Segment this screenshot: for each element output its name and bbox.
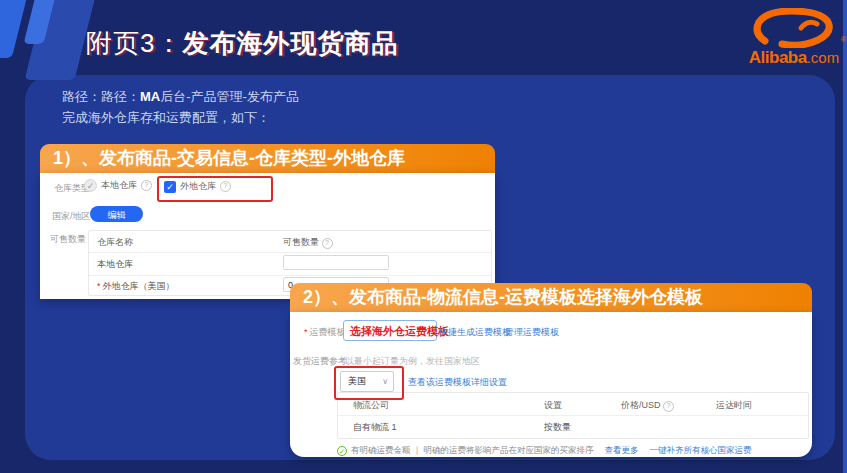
shipping-reference-label: 发货运费参考 bbox=[293, 355, 347, 368]
success-check-icon: ✓ bbox=[337, 446, 347, 456]
path-text-bold: MA bbox=[140, 89, 160, 104]
shipping-reference-hint: 以最小起订量为例，发往国家地区 bbox=[345, 355, 480, 368]
decorative-edge bbox=[843, 0, 847, 473]
select-overseas-template-button[interactable]: 选择海外仓运费模板 bbox=[343, 320, 437, 341]
country-select[interactable]: 美国 ∨ bbox=[340, 371, 394, 392]
info-icon: ? bbox=[322, 238, 333, 249]
logo-brand-text: Alibaba bbox=[749, 48, 807, 67]
edit-button[interactable]: 编辑 bbox=[90, 206, 143, 222]
logistics-table: 物流公司 设置 价格/USD ? 运达时间 自有物流 1 按数量 bbox=[337, 392, 809, 439]
alibaba-smile-icon bbox=[751, 8, 837, 48]
shipping-template-label-text: 运费模板 bbox=[310, 327, 346, 337]
page-title-prefix: 附页3： bbox=[86, 28, 182, 58]
slide: 附页3：发布海外现货商品 ® Alibaba.com 路径：路径：MA后台-产品… bbox=[0, 0, 847, 473]
path-line-2: 完成海外仓库存和运费配置，如下： bbox=[62, 107, 299, 128]
path-text: 路径：路径： bbox=[62, 89, 140, 104]
shipping-template-label: *运费模板 bbox=[304, 326, 346, 339]
required-mark: * bbox=[304, 327, 308, 337]
step1-header: 1）、发布商品-交易信息-仓库类型-外地仓库 bbox=[40, 144, 495, 173]
info-icon: ? bbox=[663, 401, 674, 412]
path-line-1: 路径：路径：MA后台-产品管理-发布产品 bbox=[62, 86, 299, 107]
local-warehouse-option[interactable]: ✓ 本地仓库 ? bbox=[84, 179, 152, 192]
table-divider bbox=[338, 415, 808, 416]
view-template-detail-link[interactable]: 查看该运费模板详细设置 bbox=[408, 376, 507, 389]
table-divider bbox=[89, 252, 491, 253]
registered-mark: ® bbox=[841, 36, 846, 43]
column-header-quantity-text: 可售数量 bbox=[283, 237, 319, 247]
path-instructions: 路径：路径：MA后台-产品管理-发布产品 完成海外仓库存和运费配置，如下： bbox=[62, 86, 299, 128]
freight-note: ✓ 有明确运费金额 ｜ 明确的运费将影响产品在对应国家的买家排序 查看更多 一键… bbox=[337, 445, 752, 457]
column-header-delivery-time: 运达时间 bbox=[716, 399, 752, 412]
page-title-main: 发布海外现货商品 bbox=[182, 28, 398, 58]
column-header-logistics-company: 物流公司 bbox=[353, 399, 389, 412]
page-title: 附页3：发布海外现货商品 bbox=[86, 26, 398, 61]
column-header-price: 价格/USD ? bbox=[621, 399, 674, 412]
sellable-quantity-label: 可售数量 bbox=[50, 233, 86, 246]
one-click-fill-link[interactable]: 一键补齐所有核心国家运费 bbox=[650, 445, 752, 457]
table-cell-company: 自有物流 1 bbox=[353, 421, 397, 434]
chevron-down-icon: ∨ bbox=[382, 372, 388, 391]
column-header-price-text: 价格/USD bbox=[621, 400, 661, 410]
overseas-warehouse-label: 外地仓库 bbox=[180, 180, 216, 193]
step2-screenshot-panel: *运费模板 选择海外仓运费模板 快捷生成运费模板 管理运费模板 发货运费参考 以… bbox=[290, 312, 812, 457]
manage-template-link[interactable]: 管理运费模板 bbox=[505, 326, 559, 339]
table-divider bbox=[89, 275, 491, 276]
column-header-warehouse-name: 仓库名称 bbox=[97, 236, 133, 249]
table-row-local-name: 本地仓库 bbox=[97, 258, 133, 271]
info-icon: ? bbox=[220, 181, 231, 192]
column-header-setting: 设置 bbox=[544, 399, 562, 412]
step1-screenshot-panel: 仓库类型 ✓ 本地仓库 ? ✓ 外地仓库 ? 国家/地区 编辑 可售数量 仓库名… bbox=[40, 173, 495, 299]
checkbox-checked-disabled-icon[interactable]: ✓ bbox=[84, 179, 97, 192]
logo-tld-text: .com bbox=[807, 49, 840, 66]
local-quantity-input[interactable] bbox=[283, 255, 389, 270]
decorative-slash bbox=[0, 0, 28, 58]
table-row-overseas-name: *外地仓库（美国） bbox=[97, 280, 175, 293]
alibaba-logo: ® Alibaba.com bbox=[744, 8, 844, 68]
quick-generate-template-link[interactable]: 快捷生成运费模板 bbox=[439, 326, 511, 339]
table-cell-setting: 按数量 bbox=[544, 421, 571, 434]
table-row-overseas-name-text: 外地仓库（美国） bbox=[103, 281, 175, 291]
logo-wordmark: Alibaba.com bbox=[744, 48, 844, 68]
checkbox-checked-icon[interactable]: ✓ bbox=[164, 181, 176, 193]
local-warehouse-label: 本地仓库 bbox=[101, 179, 137, 192]
view-more-link[interactable]: 查看更多 bbox=[605, 445, 639, 457]
country-region-label: 国家/地区 bbox=[52, 210, 91, 223]
country-select-value: 美国 bbox=[348, 376, 366, 386]
step2-header: 2）、发布商品-物流信息-运费模板选择海外仓模板 bbox=[290, 283, 812, 312]
column-header-quantity: 可售数量 ? bbox=[283, 236, 333, 249]
overseas-warehouse-option[interactable]: ✓ 外地仓库 ? bbox=[164, 180, 231, 193]
info-icon: ? bbox=[141, 180, 152, 191]
freight-note-text: 有明确运费金额 ｜ 明确的运费将影响产品在对应国家的买家排序 bbox=[351, 445, 594, 457]
path-text: 后台-产品管理-发布产品 bbox=[160, 89, 299, 104]
required-mark: * bbox=[97, 281, 101, 291]
